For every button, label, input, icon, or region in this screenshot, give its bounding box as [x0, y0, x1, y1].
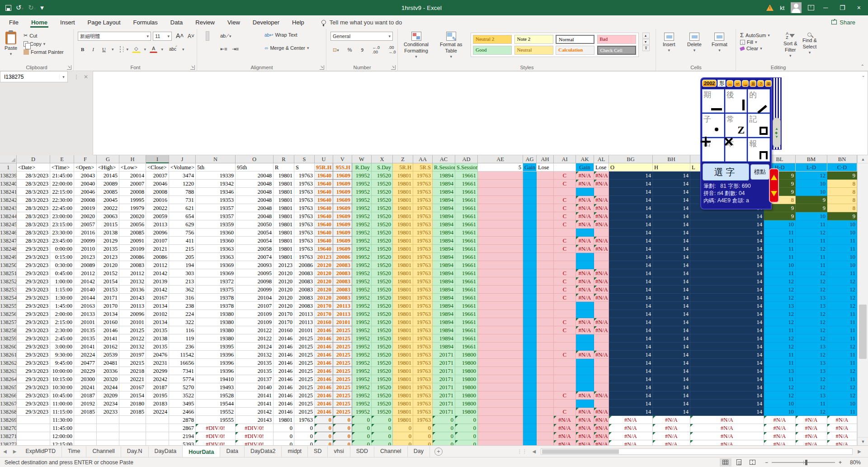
- cell[interactable]: 20046: [146, 180, 169, 188]
- cell[interactable]: #N/A: [594, 294, 609, 302]
- cell[interactable]: 20113: [333, 310, 352, 318]
- ribbon-display-options-icon[interactable]: [808, 5, 814, 10]
- cell[interactable]: 19894: [433, 172, 455, 180]
- cell[interactable]: 19609: [333, 196, 352, 204]
- column-header-R[interactable]: R: [274, 155, 294, 163]
- header-cell-aa[interactable]: 5R.S: [413, 163, 433, 172]
- cell[interactable]: 19952: [352, 391, 372, 400]
- cell[interactable]: 28/3/2023: [17, 180, 50, 188]
- cell[interactable]: 14: [609, 408, 653, 416]
- cell[interactable]: 19894: [433, 196, 455, 204]
- cell[interactable]: 20085: [119, 229, 146, 237]
- cell[interactable]: 20146: [315, 334, 333, 343]
- cell[interactable]: 20154: [97, 277, 119, 286]
- cell[interactable]: 19763: [294, 196, 315, 204]
- cell[interactable]: 19363: [196, 245, 236, 253]
- ime-toolbar-icon-3[interactable]: 音: [750, 80, 756, 87]
- cell[interactable]: 14: [609, 188, 653, 196]
- cell[interactable]: 19952: [352, 204, 372, 212]
- cell[interactable]: [97, 440, 119, 445]
- row-header-138265[interactable]: 138265: [0, 383, 17, 391]
- bold-button[interactable]: B: [79, 46, 86, 53]
- cell[interactable]: 19801: [393, 351, 413, 359]
- cell[interactable]: #N/A: [576, 326, 594, 334]
- ime-scroll-pill[interactable]: ▲◆▼: [773, 118, 781, 148]
- cell[interactable]: 19544: [196, 400, 236, 408]
- cell[interactable]: [97, 424, 119, 432]
- cell[interactable]: 19952: [352, 212, 372, 220]
- cell[interactable]: 19952: [352, 245, 372, 253]
- cell[interactable]: 14: [653, 334, 690, 343]
- cell[interactable]: 0: [413, 424, 433, 432]
- cell[interactable]: [523, 188, 537, 196]
- cell[interactable]: 19894: [433, 286, 455, 294]
- row-header-138268[interactable]: 138268: [0, 408, 17, 416]
- cell[interactable]: 0: [333, 432, 352, 440]
- cell[interactable]: 10:15:00: [50, 375, 74, 383]
- cell[interactable]: 19894: [433, 261, 455, 269]
- cell[interactable]: 20096: [146, 229, 169, 237]
- row-header-138271[interactable]: 138271: [0, 432, 17, 440]
- cell[interactable]: 20153: [97, 286, 119, 294]
- copy-button[interactable]: Copy▾: [24, 41, 64, 47]
- cell[interactable]: [537, 408, 554, 416]
- cell[interactable]: 19952: [352, 334, 372, 343]
- cell[interactable]: 20336: [97, 367, 119, 375]
- cell[interactable]: [523, 204, 537, 212]
- cell[interactable]: 13: [796, 294, 827, 302]
- cell[interactable]: 20123: [274, 261, 294, 269]
- cell[interactable]: 20099: [236, 286, 274, 294]
- header-cell-time[interactable]: <Time>: [50, 163, 74, 172]
- cell[interactable]: #N/A: [576, 237, 594, 245]
- cell[interactable]: 20234: [97, 400, 119, 408]
- cell[interactable]: 29/3/2023: [17, 277, 50, 286]
- cell[interactable]: 20146: [315, 359, 333, 367]
- cell[interactable]: 20142: [74, 277, 97, 286]
- cell[interactable]: C: [554, 408, 576, 416]
- cell[interactable]: 20125: [333, 391, 352, 400]
- cell[interactable]: 19952: [352, 229, 372, 237]
- tab-home[interactable]: Home: [25, 16, 54, 29]
- cell[interactable]: 20083: [294, 302, 315, 310]
- cell[interactable]: 20146: [274, 400, 294, 408]
- middle-align-button[interactable]: [206, 31, 209, 41]
- cell[interactable]: #N/A: [653, 432, 690, 440]
- cell[interactable]: [537, 351, 554, 359]
- cell[interactable]: 10: [764, 408, 796, 416]
- cell[interactable]: 19952: [352, 277, 372, 286]
- cell[interactable]: 20244: [97, 383, 119, 391]
- cell[interactable]: 20086: [333, 253, 352, 261]
- cell[interactable]: 20146: [315, 408, 333, 416]
- cell[interactable]: 411: [169, 237, 196, 245]
- ime-candidate-常[interactable]: 常Z: [725, 114, 747, 137]
- column-header-AG[interactable]: AG: [523, 155, 537, 163]
- cell[interactable]: 20134: [146, 318, 169, 326]
- cell[interactable]: [576, 229, 594, 237]
- cell[interactable]: 19801: [393, 326, 413, 334]
- cell[interactable]: [537, 253, 554, 261]
- row-header-138256[interactable]: 138256: [0, 310, 17, 318]
- cell[interactable]: 0: [372, 424, 393, 432]
- redo-icon[interactable]: ↻▾: [28, 4, 36, 12]
- cell[interactable]: 20120: [274, 294, 294, 302]
- cell[interactable]: 20125: [119, 326, 146, 334]
- row-header-1[interactable]: 1: [0, 163, 17, 172]
- tab-insert[interactable]: Insert: [54, 16, 81, 29]
- header-cell-c[interactable]: <Close>: [146, 163, 169, 172]
- cell[interactable]: 12: [796, 310, 827, 318]
- cell[interactable]: 0: [372, 416, 393, 424]
- cell[interactable]: 14: [690, 367, 764, 375]
- cell[interactable]: 19520: [372, 400, 393, 408]
- cell[interactable]: 11:00:00: [50, 400, 74, 408]
- row-header-138243[interactable]: 138243: [0, 204, 17, 212]
- cell[interactable]: 10: [796, 180, 827, 188]
- cell[interactable]: 14: [609, 400, 653, 408]
- cell[interactable]: 20139: [146, 277, 169, 286]
- top-align-button[interactable]: [201, 31, 205, 41]
- cell[interactable]: 20109: [119, 245, 146, 253]
- page-break-view-button[interactable]: [747, 458, 759, 467]
- cell[interactable]: [119, 440, 146, 445]
- format-as-table-button[interactable]: Format asTable▾: [440, 32, 462, 59]
- cell[interactable]: 194: [169, 261, 196, 269]
- cell[interactable]: 20089: [74, 261, 97, 269]
